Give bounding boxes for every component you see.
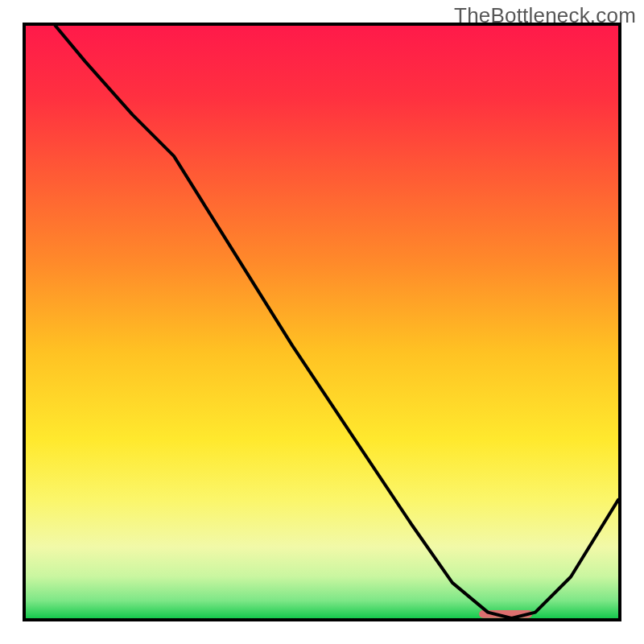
- plot-svg: [26, 26, 618, 618]
- chart-frame: TheBottleneck.com: [0, 0, 644, 644]
- plot-area: [23, 23, 621, 621]
- plot-background: [26, 26, 618, 618]
- watermark-text: TheBottleneck.com: [454, 3, 636, 28]
